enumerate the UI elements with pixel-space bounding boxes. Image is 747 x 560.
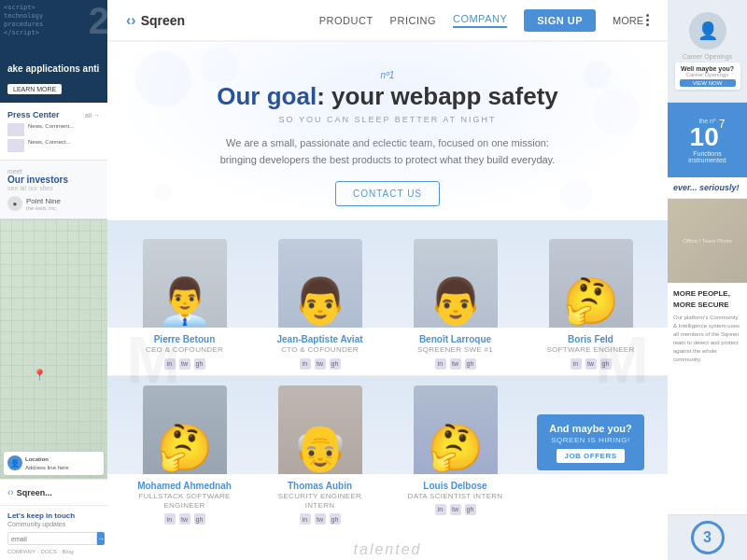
member-photo-pierre: 👨‍💼 [143, 239, 227, 328]
footer-nav-company: COMPANY [7, 549, 35, 554]
right-image-caption: Office / Team Photo [679, 234, 735, 247]
right-seriously-title: ever... seriously! [673, 183, 741, 192]
member-name-louis: Louis Delbose [402, 480, 509, 492]
right-card-button[interactable]: VIEW NOW [680, 79, 736, 87]
github-icon[interactable]: gh [194, 513, 205, 525]
linkedin-icon[interactable]: in [164, 358, 176, 370]
member-name-jb: Jean-Baptiste Aviat [266, 333, 374, 345]
logo-name: Sqreen [141, 13, 185, 28]
team-member-photo-pierre: 👨‍💼 [131, 239, 238, 328]
team-name-card-mohamed: Mohamed Ahmednah FULLSTACK SOFTWARE ENGI… [131, 480, 238, 525]
banner-cta-button[interactable]: LEARN MORE [7, 84, 62, 94]
linkedin-icon[interactable]: in [571, 358, 582, 370]
nav-signup-button[interactable]: SIGN UP [524, 9, 596, 32]
github-icon[interactable]: gh [600, 358, 612, 370]
press-item-text: News, Comment... [28, 123, 74, 131]
left-footer-submit-button[interactable]: → [97, 532, 105, 545]
map-pin-icon [33, 366, 42, 375]
right-top-section: 👤 Career Openings Well maybe you? Career… [668, 0, 747, 103]
member-img-emoji-thomas: 👴 [278, 385, 362, 474]
investors-sub: see all our sites [7, 185, 100, 191]
github-icon[interactable]: gh [330, 358, 341, 370]
team-member-photo-benoit: 👨 [402, 239, 509, 328]
member-socials-pierre: in tw gh [131, 358, 238, 370]
main-content: ‹› Sqreen PRODUCT PRICING COMPANY SIGN U… [107, 0, 668, 560]
nav-links: PRODUCT PRICING COMPANY SIGN UP MORE [319, 9, 649, 32]
hero-desc-line1: We are a small, passionate and eclectic … [226, 137, 549, 148]
nav-more-dropdown[interactable]: MORE [613, 14, 649, 26]
nav-link-product[interactable]: PRODUCT [319, 15, 374, 26]
github-icon[interactable]: gh [465, 358, 476, 370]
investor-sub: the web, inc. [26, 205, 61, 211]
left-footer-text: Community updates [7, 520, 100, 529]
github-icon[interactable]: gh [330, 513, 341, 525]
team-member-photo-boris: 🤔 [537, 239, 644, 328]
left-footer-title: Let's keep in touch [7, 511, 100, 520]
member-socials-boris: in tw gh [537, 358, 644, 370]
member-photo-louis: 🤔 [414, 385, 498, 474]
team-member-photo-thomas: 👴 [266, 385, 374, 474]
hero-section: nº1 Our goal: your webapp safety SO YOU … [107, 42, 668, 220]
twitter-icon[interactable]: tw [179, 513, 190, 525]
linkedin-icon[interactable]: in [435, 504, 446, 515]
team-name-card-jb: Jean-Baptiste Aviat CTO & COFOUNDER in t… [266, 333, 374, 369]
left-sidebar: <script>technologyprocedures</script> 2 … [0, 0, 107, 560]
right-stat-label: Functions instrumented [675, 150, 740, 163]
member-img-emoji-benoit: 👨 [414, 239, 498, 328]
twitter-icon[interactable]: tw [450, 504, 461, 515]
nav-link-pricing[interactable]: PRICING [390, 15, 436, 26]
nav-link-company[interactable]: COMPANY [453, 13, 507, 28]
navbar: ‹› Sqreen PRODUCT PRICING COMPANY SIGN U… [107, 0, 668, 42]
github-icon[interactable]: gh [194, 358, 205, 370]
member-socials-louis: in tw gh [402, 504, 509, 515]
talented-footer: talented [107, 530, 668, 560]
member-name-boris: Boris Feld [537, 333, 644, 345]
sqreen-logo-small: ‹› Sqreen... [7, 487, 52, 497]
team-name-card-louis: Louis Delbose DATA SCIENTIST INTERN in t… [402, 480, 509, 515]
linkedin-icon[interactable]: in [300, 513, 311, 525]
linkedin-icon[interactable]: in [435, 358, 446, 370]
member-img-emoji-boris: 🤔 [549, 239, 633, 328]
right-image-placeholder: Office / Team Photo [668, 199, 747, 283]
footer-nav-blog: Blog [63, 549, 74, 554]
member-name-benoit: Benoît Larroque [402, 333, 509, 345]
member-name-thomas: Thomas Aubin [266, 480, 374, 492]
investor-logo-circle: ● [7, 196, 22, 211]
left-footer-email-row[interactable]: → [7, 532, 100, 545]
hero-no1-label: nº1 [381, 70, 395, 80]
member-role-jb: CTO & COFOUNDER [266, 345, 374, 355]
member-photo-jb: 👨 [278, 239, 362, 328]
nav-logo: ‹› Sqreen [126, 12, 185, 29]
team-bottom-photos-row: 🤔 👴 🤔 And maybe you? SQREEN IS HIRING! J… [107, 376, 668, 474]
logo-arrows-icon: ‹› [126, 12, 136, 29]
maybe-you-card: And maybe you? SQREEN IS HIRING! JOB OFF… [537, 414, 644, 469]
right-badge-number: 3 [691, 521, 725, 554]
member-photo-benoit: 👨 [414, 239, 498, 328]
hero-title-colon: : [317, 82, 325, 110]
linkedin-icon[interactable]: in [300, 358, 311, 370]
right-text-body: Our platform's Community & Intelligence … [673, 314, 741, 364]
left-top-banner: <script>technologyprocedures</script> 2 … [0, 0, 107, 103]
right-sidebar: 👤 Career Openings Well maybe you? Career… [668, 0, 747, 560]
twitter-icon[interactable]: tw [450, 358, 461, 370]
twitter-icon[interactable]: tw [179, 358, 190, 370]
twitter-icon[interactable]: tw [315, 513, 326, 525]
team-name-card-benoit: Benoît Larroque SQREENER SWE #1 in tw gh [402, 333, 509, 369]
map-card: 👤 Location Address line here [4, 452, 104, 475]
team-section: 👨‍💼 👨 👨 🤔 Pierre Betou [107, 220, 668, 530]
right-image-overlay: Office / Team Photo [668, 199, 747, 283]
hero-contact-button[interactable]: CONTACT US [335, 181, 440, 206]
right-num-badge: 3 [668, 514, 747, 560]
twitter-icon[interactable]: tw [585, 358, 597, 370]
member-socials-thomas: in tw gh [266, 513, 374, 525]
job-offers-button[interactable]: JOB OFFERS [557, 449, 624, 463]
member-img-emoji-jb: 👨 [278, 239, 362, 328]
member-img-emoji-mohamed: 🤔 [143, 385, 227, 474]
linkedin-icon[interactable]: in [164, 513, 176, 525]
left-press-section: Press Center all → News, Comment... News… [0, 103, 107, 161]
nav-more-dot [646, 19, 649, 21]
hero-dot [154, 183, 173, 202]
twitter-icon[interactable]: tw [315, 358, 326, 370]
left-footer-email-input[interactable] [7, 532, 97, 545]
github-icon[interactable]: gh [465, 504, 476, 515]
